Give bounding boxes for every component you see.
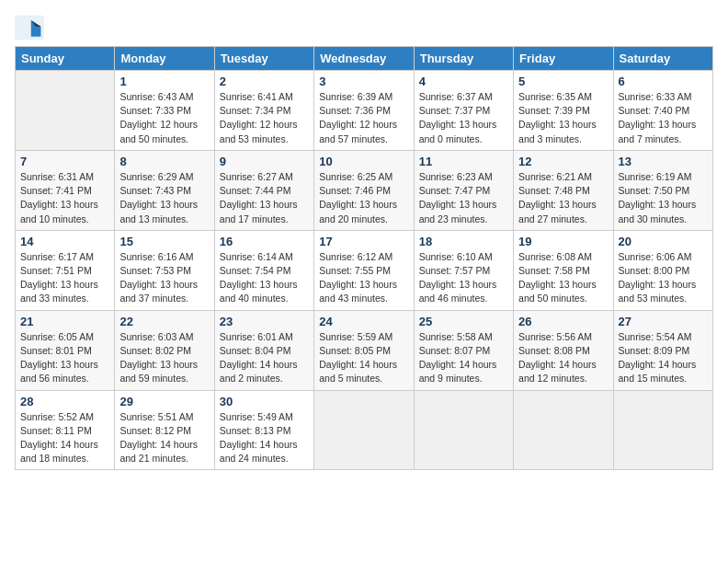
day-cell: 3Sunrise: 6:39 AMSunset: 7:36 PMDaylight… bbox=[314, 71, 414, 151]
day-info: Sunrise: 6:25 AMSunset: 7:46 PMDaylight:… bbox=[319, 170, 408, 226]
day-number: 30 bbox=[220, 395, 309, 408]
week-row-4: 21Sunrise: 6:05 AMSunset: 8:01 PMDayligh… bbox=[16, 310, 713, 390]
day-number: 25 bbox=[419, 315, 508, 328]
day-info: Sunrise: 5:58 AMSunset: 8:07 PMDaylight:… bbox=[419, 330, 508, 386]
weekday-header-monday: Monday bbox=[115, 47, 214, 71]
day-info: Sunrise: 5:56 AMSunset: 8:08 PMDaylight:… bbox=[518, 330, 608, 386]
day-number: 1 bbox=[119, 75, 209, 88]
day-cell: 14Sunrise: 6:17 AMSunset: 7:51 PMDayligh… bbox=[16, 230, 115, 310]
day-info: Sunrise: 6:17 AMSunset: 7:51 PMDaylight:… bbox=[20, 250, 109, 306]
day-info: Sunrise: 6:35 AMSunset: 7:39 PMDaylight:… bbox=[518, 90, 608, 146]
day-cell: 24Sunrise: 5:59 AMSunset: 8:05 PMDayligh… bbox=[314, 310, 414, 390]
day-number: 27 bbox=[619, 315, 708, 328]
day-info: Sunrise: 6:03 AMSunset: 8:02 PMDaylight:… bbox=[119, 330, 209, 386]
weekday-header-friday: Friday bbox=[514, 47, 613, 71]
day-number: 29 bbox=[119, 395, 209, 408]
day-number: 5 bbox=[518, 75, 608, 88]
day-info: Sunrise: 5:49 AMSunset: 8:13 PMDaylight:… bbox=[220, 410, 309, 466]
day-info: Sunrise: 6:21 AMSunset: 7:48 PMDaylight:… bbox=[518, 170, 608, 226]
day-cell: 28Sunrise: 5:52 AMSunset: 8:11 PMDayligh… bbox=[16, 390, 115, 470]
day-cell: 12Sunrise: 6:21 AMSunset: 7:48 PMDayligh… bbox=[514, 150, 613, 230]
day-number: 7 bbox=[20, 155, 109, 168]
day-info: Sunrise: 6:27 AMSunset: 7:44 PMDaylight:… bbox=[220, 170, 309, 226]
day-cell bbox=[314, 390, 414, 470]
day-cell: 7Sunrise: 6:31 AMSunset: 7:41 PMDaylight… bbox=[16, 150, 115, 230]
weekday-header-sunday: Sunday bbox=[16, 47, 115, 71]
page-header bbox=[15, 15, 713, 40]
day-cell bbox=[414, 390, 513, 470]
day-cell: 10Sunrise: 6:25 AMSunset: 7:46 PMDayligh… bbox=[314, 150, 414, 230]
week-row-1: 1Sunrise: 6:43 AMSunset: 7:33 PMDaylight… bbox=[16, 71, 713, 151]
day-info: Sunrise: 5:59 AMSunset: 8:05 PMDaylight:… bbox=[319, 330, 408, 386]
weekday-header-tuesday: Tuesday bbox=[214, 47, 313, 71]
day-number: 19 bbox=[518, 235, 608, 248]
day-number: 20 bbox=[619, 235, 708, 248]
day-info: Sunrise: 6:10 AMSunset: 7:57 PMDaylight:… bbox=[419, 250, 508, 306]
day-info: Sunrise: 6:01 AMSunset: 8:04 PMDaylight:… bbox=[220, 330, 309, 386]
day-cell: 25Sunrise: 5:58 AMSunset: 8:07 PMDayligh… bbox=[414, 310, 513, 390]
day-cell bbox=[16, 71, 115, 151]
weekday-header-thursday: Thursday bbox=[414, 47, 513, 71]
day-info: Sunrise: 6:12 AMSunset: 7:55 PMDaylight:… bbox=[319, 250, 408, 306]
day-number: 12 bbox=[518, 155, 608, 168]
day-cell: 18Sunrise: 6:10 AMSunset: 7:57 PMDayligh… bbox=[414, 230, 513, 310]
week-row-3: 14Sunrise: 6:17 AMSunset: 7:51 PMDayligh… bbox=[16, 230, 713, 310]
day-cell: 20Sunrise: 6:06 AMSunset: 8:00 PMDayligh… bbox=[613, 230, 712, 310]
day-cell: 29Sunrise: 5:51 AMSunset: 8:12 PMDayligh… bbox=[115, 390, 214, 470]
day-cell: 15Sunrise: 6:16 AMSunset: 7:53 PMDayligh… bbox=[115, 230, 214, 310]
day-number: 26 bbox=[518, 315, 608, 328]
day-info: Sunrise: 6:43 AMSunset: 7:33 PMDaylight:… bbox=[119, 90, 209, 146]
day-cell bbox=[514, 390, 613, 470]
day-info: Sunrise: 6:06 AMSunset: 8:00 PMDaylight:… bbox=[619, 250, 708, 306]
day-cell: 16Sunrise: 6:14 AMSunset: 7:54 PMDayligh… bbox=[214, 230, 313, 310]
day-info: Sunrise: 6:05 AMSunset: 8:01 PMDaylight:… bbox=[20, 330, 109, 386]
day-number: 14 bbox=[20, 235, 109, 248]
day-info: Sunrise: 6:16 AMSunset: 7:53 PMDaylight:… bbox=[119, 250, 209, 306]
day-number: 4 bbox=[419, 75, 508, 88]
day-number: 3 bbox=[319, 75, 408, 88]
day-cell: 19Sunrise: 6:08 AMSunset: 7:58 PMDayligh… bbox=[514, 230, 613, 310]
day-cell: 26Sunrise: 5:56 AMSunset: 8:08 PMDayligh… bbox=[514, 310, 613, 390]
day-number: 15 bbox=[119, 235, 209, 248]
day-number: 23 bbox=[220, 315, 309, 328]
day-info: Sunrise: 6:37 AMSunset: 7:37 PMDaylight:… bbox=[419, 90, 508, 146]
day-cell: 23Sunrise: 6:01 AMSunset: 8:04 PMDayligh… bbox=[214, 310, 313, 390]
day-number: 9 bbox=[220, 155, 309, 168]
day-cell: 11Sunrise: 6:23 AMSunset: 7:47 PMDayligh… bbox=[414, 150, 513, 230]
day-cell: 27Sunrise: 5:54 AMSunset: 8:09 PMDayligh… bbox=[613, 310, 712, 390]
day-cell: 6Sunrise: 6:33 AMSunset: 7:40 PMDaylight… bbox=[613, 71, 712, 151]
day-info: Sunrise: 6:39 AMSunset: 7:36 PMDaylight:… bbox=[319, 90, 408, 146]
week-row-2: 7Sunrise: 6:31 AMSunset: 7:41 PMDaylight… bbox=[16, 150, 713, 230]
day-cell: 21Sunrise: 6:05 AMSunset: 8:01 PMDayligh… bbox=[16, 310, 115, 390]
day-info: Sunrise: 5:54 AMSunset: 8:09 PMDaylight:… bbox=[619, 330, 708, 386]
logo-icon bbox=[15, 15, 44, 40]
day-number: 11 bbox=[419, 155, 508, 168]
day-info: Sunrise: 6:14 AMSunset: 7:54 PMDaylight:… bbox=[220, 250, 309, 306]
week-row-5: 28Sunrise: 5:52 AMSunset: 8:11 PMDayligh… bbox=[16, 390, 713, 470]
day-number: 2 bbox=[220, 75, 309, 88]
day-info: Sunrise: 6:33 AMSunset: 7:40 PMDaylight:… bbox=[619, 90, 708, 146]
day-cell: 2Sunrise: 6:41 AMSunset: 7:34 PMDaylight… bbox=[214, 71, 313, 151]
day-number: 22 bbox=[119, 315, 209, 328]
logo bbox=[15, 15, 48, 40]
day-cell: 1Sunrise: 6:43 AMSunset: 7:33 PMDaylight… bbox=[115, 71, 214, 151]
day-info: Sunrise: 6:41 AMSunset: 7:34 PMDaylight:… bbox=[220, 90, 309, 146]
day-cell: 8Sunrise: 6:29 AMSunset: 7:43 PMDaylight… bbox=[115, 150, 214, 230]
day-cell: 4Sunrise: 6:37 AMSunset: 7:37 PMDaylight… bbox=[414, 71, 513, 151]
day-number: 6 bbox=[619, 75, 708, 88]
day-number: 24 bbox=[319, 315, 408, 328]
day-cell: 5Sunrise: 6:35 AMSunset: 7:39 PMDaylight… bbox=[514, 71, 613, 151]
day-cell: 17Sunrise: 6:12 AMSunset: 7:55 PMDayligh… bbox=[314, 230, 414, 310]
day-number: 21 bbox=[20, 315, 109, 328]
calendar-table: SundayMondayTuesdayWednesdayThursdayFrid… bbox=[15, 46, 713, 470]
day-number: 18 bbox=[419, 235, 508, 248]
weekday-header-saturday: Saturday bbox=[613, 47, 712, 71]
day-info: Sunrise: 6:19 AMSunset: 7:50 PMDaylight:… bbox=[619, 170, 708, 226]
day-info: Sunrise: 5:52 AMSunset: 8:11 PMDaylight:… bbox=[20, 410, 109, 466]
day-number: 8 bbox=[119, 155, 209, 168]
day-number: 28 bbox=[20, 395, 109, 408]
day-info: Sunrise: 6:31 AMSunset: 7:41 PMDaylight:… bbox=[20, 170, 109, 226]
day-info: Sunrise: 6:23 AMSunset: 7:47 PMDaylight:… bbox=[419, 170, 508, 226]
day-info: Sunrise: 6:08 AMSunset: 7:58 PMDaylight:… bbox=[518, 250, 608, 306]
day-info: Sunrise: 6:29 AMSunset: 7:43 PMDaylight:… bbox=[119, 170, 209, 226]
